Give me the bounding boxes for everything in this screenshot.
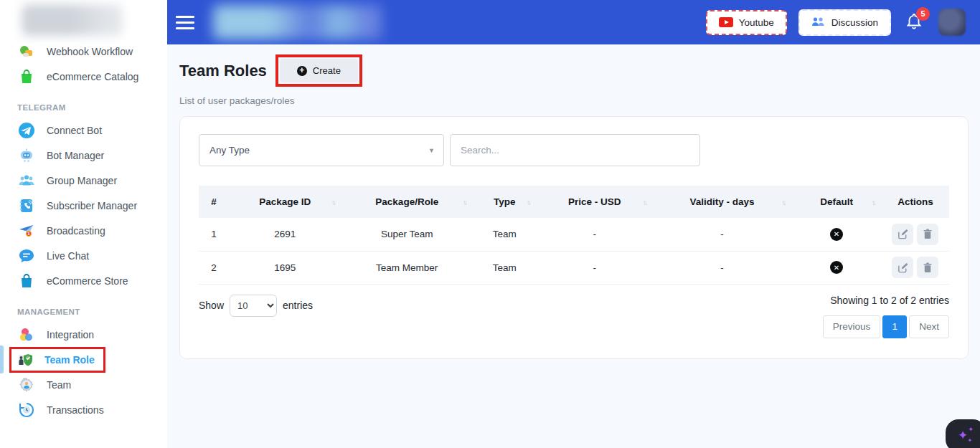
table-row: 2 1695 Team Member Team - - ✕ xyxy=(199,251,949,284)
cell-actions xyxy=(882,251,949,284)
edit-icon xyxy=(897,229,908,239)
search-input[interactable] xyxy=(450,134,700,166)
col-default[interactable]: Default↑↓ xyxy=(791,186,882,218)
show-label: Show xyxy=(199,300,224,311)
sort-icon[interactable]: ↑↓ xyxy=(527,198,529,206)
col-price[interactable]: Price - USD↑↓ xyxy=(537,186,653,218)
cell-type: Team xyxy=(473,251,537,284)
create-highlight-box: + Create xyxy=(275,54,362,87)
sidebar-item-label: Integration xyxy=(47,329,94,340)
type-filter-value: Any Type xyxy=(209,145,250,156)
delete-button[interactable] xyxy=(917,224,938,245)
sidebar-item-label: Team xyxy=(47,379,71,391)
sidebar-item-connect-bot[interactable]: Connect Bot xyxy=(0,118,167,143)
filters-row: Any Type ▼ xyxy=(199,134,949,166)
sort-icon[interactable]: ↑↓ xyxy=(872,198,875,206)
chat-bubble-icon xyxy=(17,247,36,265)
webhook-workflow-icon xyxy=(17,42,36,61)
sort-icon[interactable]: ↑↓ xyxy=(331,198,334,206)
show-entries-control: Show 10 entries xyxy=(199,295,313,317)
create-button-label: Create xyxy=(313,65,341,76)
sidebar-item-ecommerce-catalog[interactable]: eCommerce Catalog xyxy=(0,64,167,89)
sidebar-item-ecommerce-store[interactable]: eCommerce Store xyxy=(0,268,167,293)
cell-package-id: 2691 xyxy=(229,218,341,251)
sidebar-item-webhook-workflow[interactable]: Webhook Workflow xyxy=(0,39,167,64)
cell-type: Team xyxy=(473,218,537,251)
cell-validity: - xyxy=(653,251,792,284)
table-row: 1 2691 Super Team Team - - ✕ xyxy=(199,218,949,251)
integration-circles-icon xyxy=(17,325,36,344)
previous-page-button[interactable]: Previous xyxy=(823,315,881,338)
col-type[interactable]: Type↑↓ xyxy=(473,186,537,218)
page-title: Team Roles xyxy=(179,62,267,80)
sort-icon[interactable]: ↑↓ xyxy=(463,198,466,206)
sidebar-item-team-role[interactable]: Team Role xyxy=(0,347,167,372)
sort-icon[interactable]: ↑↓ xyxy=(643,198,646,206)
notification-bell[interactable]: 5 xyxy=(905,12,923,33)
col-package-id[interactable]: Package ID↑↓ xyxy=(229,186,341,218)
topbar: Youtube Discussion 5 xyxy=(167,0,980,44)
page-content: Team Roles + Create List of user package… xyxy=(167,44,980,448)
sidebar-item-live-chat[interactable]: Live Chat xyxy=(0,243,167,268)
col-index: # xyxy=(199,186,229,218)
sidebar-item-transactions[interactable]: Transactions xyxy=(0,397,167,422)
sidebar-item-label: Bot Manager xyxy=(47,150,104,161)
notification-count-badge: 5 xyxy=(916,7,930,21)
type-filter-select[interactable]: Any Type ▼ xyxy=(199,134,444,166)
sidebar-item-label: Connect Bot xyxy=(47,125,102,136)
youtube-button-label: Youtube xyxy=(739,17,774,28)
sidebar-item-group-manager[interactable]: Group Manager xyxy=(0,168,167,193)
sidebar-item-integration[interactable]: Integration xyxy=(0,322,167,347)
create-button[interactable]: + Create xyxy=(280,59,358,82)
cell-price: - xyxy=(537,251,653,284)
pagination: Previous 1 Next xyxy=(823,315,949,338)
edit-button[interactable] xyxy=(892,257,913,278)
discussion-people-icon xyxy=(811,16,826,29)
cell-index: 1 xyxy=(199,218,229,251)
col-validity[interactable]: Validity - days↑↓ xyxy=(653,186,792,218)
cell-validity: - xyxy=(653,218,792,251)
hamburger-menu-icon[interactable] xyxy=(176,11,200,33)
sidebar-item-label: eCommerce Store xyxy=(47,275,128,287)
cell-actions xyxy=(882,218,949,251)
page-size-select[interactable]: 10 xyxy=(230,295,277,317)
team-role-shield-icon xyxy=(16,351,34,369)
discussion-button-label: Discussion xyxy=(831,17,878,28)
sidebar-item-label: Group Manager xyxy=(47,175,117,186)
edit-button[interactable] xyxy=(892,224,913,245)
main-area: Youtube Discussion 5 Team Roles xyxy=(167,0,980,448)
delete-button[interactable] xyxy=(917,257,938,278)
sort-icon[interactable]: ↑↓ xyxy=(781,198,784,206)
footer-right: Showing 1 to 2 of 2 entries Previous 1 N… xyxy=(823,295,949,338)
sidebar-item-broadcasting[interactable]: 1 Broadcasting xyxy=(0,218,167,243)
contact-book-icon xyxy=(17,196,36,215)
sidebar-item-bot-manager[interactable]: Bot Manager xyxy=(0,143,167,168)
not-default-icon: ✕ xyxy=(830,261,843,274)
table-footer: Show 10 entries Showing 1 to 2 of 2 entr… xyxy=(199,295,949,338)
sidebar: Webhook Workflow eCommerce Catalog TELEG… xyxy=(0,0,167,448)
user-avatar[interactable] xyxy=(938,9,966,36)
store-bag-icon xyxy=(17,272,36,290)
team-role-highlight-box: Team Role xyxy=(9,347,105,373)
sidebar-item-subscriber-manager[interactable]: Subscriber Manager xyxy=(0,193,167,218)
cell-price: - xyxy=(537,218,653,251)
discussion-button[interactable]: Discussion xyxy=(798,9,891,36)
ai-assistant-button[interactable]: ✦✦✦ xyxy=(946,419,980,448)
people-group-icon xyxy=(17,171,36,190)
sidebar-item-label: Subscriber Manager xyxy=(47,200,137,211)
next-page-button[interactable]: Next xyxy=(909,315,949,338)
active-indicator-bar xyxy=(0,345,4,373)
cell-package-id: 1695 xyxy=(229,251,341,284)
page-1-button[interactable]: 1 xyxy=(882,315,907,338)
sidebar-item-team[interactable]: Team xyxy=(0,372,167,397)
app-root: Webhook Workflow eCommerce Catalog TELEG… xyxy=(0,0,980,448)
sidebar-section-telegram: TELEGRAM xyxy=(0,89,167,118)
trash-icon xyxy=(923,262,933,273)
sidebar-item-label: Webhook Workflow xyxy=(47,46,133,57)
youtube-button[interactable]: Youtube xyxy=(706,10,787,35)
col-package-role[interactable]: Package/Role↑↓ xyxy=(341,186,473,218)
cell-index: 2 xyxy=(199,251,229,284)
edit-icon xyxy=(897,262,908,273)
plus-icon: + xyxy=(297,66,307,76)
sidebar-logo-blurred xyxy=(22,4,122,36)
